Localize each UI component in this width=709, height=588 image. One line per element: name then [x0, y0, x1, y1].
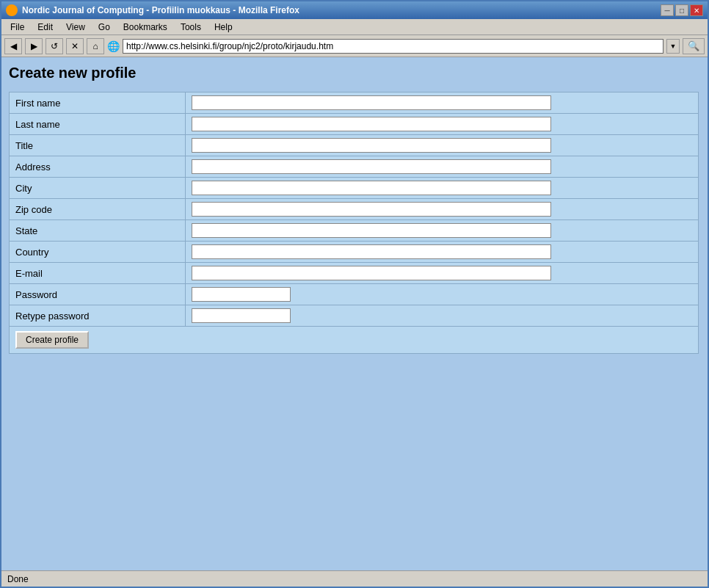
search-icon: 🔍	[688, 40, 699, 51]
address-bar: 🌐 ▼	[107, 39, 680, 54]
label-state: State	[10, 220, 186, 242]
menu-view[interactable]: View	[60, 21, 91, 34]
menu-file[interactable]: File	[4, 21, 30, 34]
maximize-button[interactable]: □	[675, 4, 688, 16]
minimize-button[interactable]: ─	[661, 4, 674, 16]
back-button[interactable]: ◀	[4, 38, 22, 54]
input-cell-address	[186, 156, 699, 178]
table-row: Title	[10, 135, 699, 156]
reload-button[interactable]: ↺	[46, 38, 63, 54]
address-dropdown[interactable]: ▼	[666, 39, 680, 54]
label-address: Address	[10, 156, 186, 178]
label-city: City	[10, 178, 186, 199]
menu-tools[interactable]: Tools	[175, 21, 207, 34]
label-email: E-mail	[10, 263, 186, 284]
stop-button[interactable]: ✕	[66, 38, 84, 54]
label-lastname: Last name	[10, 114, 186, 135]
create-profile-button[interactable]: Create profile	[15, 331, 89, 349]
table-row: City	[10, 178, 699, 199]
retype-password-input[interactable]	[192, 308, 291, 323]
submit-row: Create profile	[10, 327, 699, 354]
table-row: Country	[10, 242, 699, 263]
forward-button[interactable]: ▶	[25, 38, 43, 54]
submit-cell: Create profile	[10, 327, 699, 354]
label-password: Password	[10, 284, 186, 305]
page-title: Create new profile	[9, 65, 700, 81]
city-input[interactable]	[192, 181, 551, 195]
input-cell-city	[186, 178, 699, 199]
input-cell-zipcode	[186, 199, 699, 220]
state-input[interactable]	[192, 223, 551, 238]
home-button[interactable]: ⌂	[87, 38, 104, 54]
menu-bookmarks[interactable]: Bookmarks	[117, 21, 173, 34]
menu-bar: File Edit View Go Bookmarks Tools Help	[1, 19, 708, 35]
table-row: State	[10, 220, 699, 242]
label-firstname: First name	[10, 92, 186, 114]
profile-form: First name Last name Title	[9, 92, 699, 354]
address-icon: 🌐	[107, 40, 120, 52]
title-bar: Nordic Journal of Computing - Profiilin …	[1, 1, 708, 19]
zipcode-input[interactable]	[192, 202, 551, 217]
input-cell-lastname	[186, 114, 699, 135]
table-row: Address	[10, 156, 699, 178]
label-zipcode: Zip code	[10, 199, 186, 220]
title-bar-left: Nordic Journal of Computing - Profiilin …	[6, 4, 299, 16]
label-country: Country	[10, 242, 186, 263]
title-bar-buttons: ─ □ ✕	[661, 4, 703, 16]
search-button[interactable]: 🔍	[683, 38, 705, 54]
status-text: Done	[7, 574, 29, 584]
window-title: Nordic Journal of Computing - Profiilin …	[22, 5, 299, 15]
label-retype-password: Retype password	[10, 305, 186, 327]
input-cell-retype-password	[186, 305, 699, 327]
email-input[interactable]	[192, 266, 551, 280]
input-cell-password	[186, 284, 699, 305]
menu-help[interactable]: Help	[208, 21, 239, 34]
browser-window: Nordic Journal of Computing - Profiilin …	[0, 0, 709, 588]
country-input[interactable]	[192, 244, 551, 259]
table-row: First name	[10, 92, 699, 114]
status-bar: Done	[1, 570, 708, 587]
input-cell-country	[186, 242, 699, 263]
input-cell-title	[186, 135, 699, 156]
input-cell-firstname	[186, 92, 699, 114]
title-input[interactable]	[192, 138, 551, 153]
page-content: Create new profile First name Last name …	[1, 57, 708, 570]
label-title: Title	[10, 135, 186, 156]
password-input[interactable]	[192, 287, 291, 302]
lastname-input[interactable]	[192, 117, 551, 131]
menu-go[interactable]: Go	[92, 21, 116, 34]
table-row: Password	[10, 284, 699, 305]
input-cell-email	[186, 263, 699, 284]
address-input[interactable]	[192, 159, 551, 174]
menu-edit[interactable]: Edit	[32, 21, 59, 34]
table-row: Retype password	[10, 305, 699, 327]
table-row: E-mail	[10, 263, 699, 284]
firefox-icon	[6, 4, 18, 16]
firstname-input[interactable]	[192, 95, 551, 110]
address-input[interactable]	[123, 39, 663, 54]
input-cell-state	[186, 220, 699, 242]
nav-bar: ◀ ▶ ↺ ✕ ⌂ 🌐 ▼ 🔍	[1, 35, 708, 57]
table-row: Last name	[10, 114, 699, 135]
table-row: Zip code	[10, 199, 699, 220]
close-button[interactable]: ✕	[690, 4, 703, 16]
